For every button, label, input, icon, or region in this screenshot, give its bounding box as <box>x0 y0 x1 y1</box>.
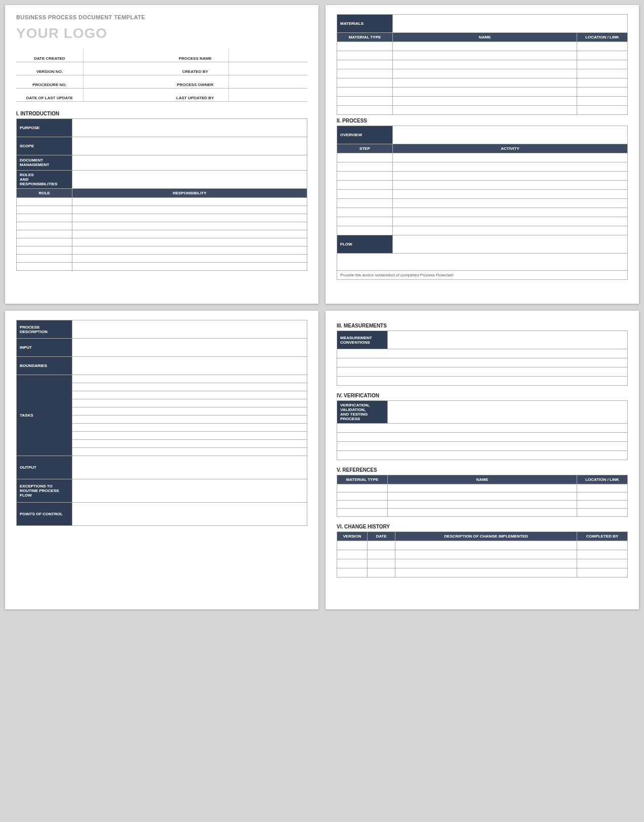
meta-date-created-value <box>83 49 162 62</box>
ch-comp-cell <box>577 550 628 559</box>
document-grid: BUSINESS PROCESS DOCUMENT TEMPLATE YOUR … <box>5 5 639 609</box>
mat-name-cell <box>393 88 577 97</box>
mat-loc-cell <box>577 88 628 97</box>
ref-name-cell <box>388 484 577 492</box>
meas-conv-value <box>388 331 628 349</box>
resp-cell <box>72 238 307 246</box>
roles-resp-value <box>72 170 307 188</box>
activity-cell <box>393 162 628 172</box>
flow-note: Provide link and/or screenshot of comple… <box>337 271 628 280</box>
ch-desc-cell <box>395 568 577 578</box>
meta-last-update-value <box>83 88 162 101</box>
purpose-value <box>72 118 307 137</box>
activity-cell <box>393 172 628 181</box>
ch-ver-cell <box>337 568 368 578</box>
meta-created-by-label: CREATED BY <box>162 62 229 75</box>
role-header: ROLE <box>17 188 72 197</box>
mat-loc-cell <box>577 51 628 60</box>
activity-header: ACTIVITY <box>393 144 628 153</box>
ch-date-cell <box>368 559 395 568</box>
ref-type-header: MATERIAL TYPE <box>337 475 388 484</box>
mat-loc-cell <box>577 60 628 69</box>
ref-location-header: LOCATION / LINK <box>577 475 628 484</box>
page-3: PROCESS DESCRIPTION INPUT BOUNDARIES TAS… <box>5 311 318 609</box>
exceptions-label: EXCEPTIONS TO ROUTINE PROCESS FLOW <box>17 479 72 503</box>
mat-name-cell <box>393 78 577 88</box>
change-history-table: VERSION DATE DESCRIPTION OF CHANGE IMPLE… <box>337 531 628 578</box>
step-cell <box>337 208 393 217</box>
points-value <box>72 503 307 526</box>
role-cell <box>17 246 72 254</box>
ch-ver-cell <box>337 550 368 559</box>
materials-table: MATERIALS MATERIAL TYPE NAME LOCATION / … <box>337 14 628 115</box>
ref-name-cell <box>388 509 577 517</box>
flow-spacer <box>337 254 628 271</box>
meta-last-update-label: DATE OF LAST UPDATE <box>16 88 83 101</box>
step-cell <box>337 172 393 181</box>
verif-cell <box>337 442 628 451</box>
ch-comp-cell <box>577 541 628 550</box>
document-title: BUSINESS PROCESS DOCUMENT TEMPLATE <box>16 14 307 20</box>
role-cell <box>17 262 72 270</box>
meta-date-created-label: DATE CREATED <box>16 49 83 62</box>
ref-loc-cell <box>577 501 628 509</box>
verif-cell <box>337 433 628 442</box>
doc-mgmt-value <box>72 155 307 170</box>
meas-cell <box>337 367 628 377</box>
mat-type-cell <box>337 97 393 106</box>
mat-loc-cell <box>577 69 628 78</box>
output-value <box>72 456 307 479</box>
ref-loc-cell <box>577 484 628 492</box>
overview-label: OVERVIEW <box>337 126 393 144</box>
mat-name-cell <box>393 97 577 106</box>
step-cell <box>337 162 393 172</box>
section-references-heading: V. REFERENCES <box>337 467 628 473</box>
ch-desc-cell <box>395 550 577 559</box>
meta-process-owner-label: PROCESS OWNER <box>162 75 229 88</box>
verif-cell <box>337 451 628 460</box>
resp-cell <box>72 197 307 206</box>
ch-date-header: DATE <box>368 532 395 541</box>
mat-name-cell <box>393 69 577 78</box>
mat-type-cell <box>337 60 393 69</box>
mat-loc-cell <box>577 97 628 106</box>
scope-label: SCOPE <box>17 137 72 155</box>
task-cell <box>72 432 307 440</box>
role-cell <box>17 197 72 206</box>
meta-created-by-value <box>229 62 307 75</box>
mat-loc-cell <box>577 78 628 88</box>
step-cell <box>337 199 393 208</box>
mat-name-cell <box>393 106 577 115</box>
section-measurements-heading: III. MEASUREMENTS <box>337 323 628 328</box>
page-2: MATERIALS MATERIAL TYPE NAME LOCATION / … <box>326 5 639 304</box>
scope-value <box>72 137 307 155</box>
role-cell <box>17 238 72 246</box>
exceptions-value <box>72 479 307 503</box>
mat-loc-cell <box>577 106 628 115</box>
mat-name-cell <box>393 51 577 60</box>
section-process-heading: II. PROCESS <box>337 118 628 124</box>
role-cell <box>17 206 72 214</box>
activity-cell <box>393 190 628 199</box>
ref-name-cell <box>388 492 577 501</box>
meta-procedure-label: PROCEDURE NO. <box>16 75 83 88</box>
ch-date-cell <box>368 541 395 550</box>
step-header: STEP <box>337 144 393 153</box>
boundaries-value <box>72 357 307 375</box>
task-cell <box>72 448 307 456</box>
ch-ver-cell <box>337 559 368 568</box>
activity-cell <box>393 217 628 226</box>
intro-table: PURPOSE SCOPE DOCUMENT MANAGEMENT ROLES … <box>16 118 307 271</box>
meta-process-owner-value <box>229 75 307 88</box>
process-table: OVERVIEW STEP ACTIVITY FLOW Provide link… <box>337 126 628 280</box>
task-cell <box>72 424 307 432</box>
step-cell <box>337 226 393 235</box>
mat-type-cell <box>337 88 393 97</box>
materials-label: MATERIALS <box>337 15 393 33</box>
mat-type-cell <box>337 51 393 60</box>
role-cell <box>17 230 72 238</box>
role-cell <box>17 222 72 230</box>
process-desc-value <box>72 320 307 339</box>
purpose-label: PURPOSE <box>17 118 72 137</box>
resp-cell <box>72 222 307 230</box>
